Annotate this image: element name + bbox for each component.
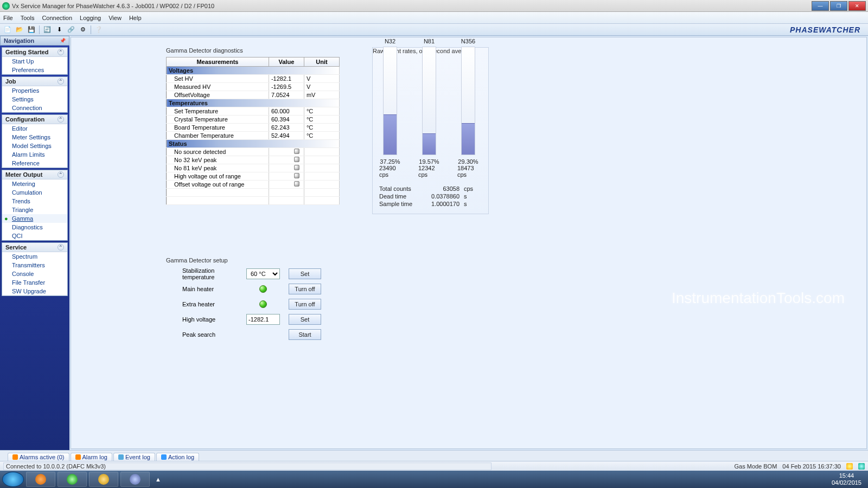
nav-item-settings[interactable]: Settings (2, 95, 67, 104)
open-icon[interactable]: 📂 (15, 25, 24, 34)
bar-label: N32 (385, 38, 395, 44)
cell-value: 7.0524 (269, 91, 304, 99)
save-icon[interactable]: 💾 (27, 25, 36, 34)
cell-unit: °C (304, 115, 339, 124)
hv-input[interactable] (246, 314, 280, 325)
new-icon[interactable]: 📄 (3, 25, 12, 34)
minimize-button[interactable]: — (812, 1, 829, 11)
bar-label: N356 (461, 38, 475, 44)
close-button[interactable]: ✕ (848, 1, 866, 11)
navigation-title: Navigation 📌 (0, 36, 69, 46)
led-off-icon (294, 181, 299, 187)
menu-file[interactable]: File (3, 15, 13, 21)
bar-n81: N8119.57%12342 cps (418, 38, 440, 178)
hv-set-button[interactable]: Set (289, 314, 321, 325)
cell-led (269, 148, 304, 156)
nav-item-transmitters[interactable]: Transmitters (2, 261, 67, 269)
nav-item-model-settings[interactable]: Model Settings (2, 142, 67, 150)
nav-item-gamma[interactable]: Gamma (2, 214, 67, 223)
summary-key: Dead time (379, 193, 423, 200)
main-heater-button[interactable]: Turn off (289, 284, 321, 294)
nav-item-editor[interactable]: Editor (2, 124, 67, 133)
taskbar-clock[interactable]: 15:44 04/02/2015 (827, 472, 866, 486)
tab-event-log-label: Event log (125, 454, 150, 460)
gear-icon[interactable]: ⚙ (79, 25, 87, 34)
tab-action-log[interactable]: Action log (156, 453, 199, 461)
menu-logging[interactable]: Logging (80, 15, 101, 21)
nav-item-qci[interactable]: QCI (2, 232, 67, 240)
action-log-icon (161, 454, 167, 460)
menu-connection[interactable]: Connection (42, 15, 72, 21)
setup-row-main-heater: Main heater Turn off (166, 282, 361, 296)
nav-group-header[interactable]: Service⌃ (2, 243, 67, 252)
tab-alarm-log[interactable]: Alarm log (71, 453, 112, 461)
nav-item-preferences[interactable]: Preferences (2, 66, 67, 74)
nav-item-reference[interactable]: Reference (2, 159, 67, 168)
nav-item-console[interactable]: Console (2, 269, 67, 278)
col-unit: Unit (304, 57, 339, 67)
nav-item-triangle[interactable]: Triangle (2, 206, 67, 214)
start-button[interactable] (2, 472, 24, 487)
chevron-up-icon: ⌃ (58, 171, 64, 178)
taskbar-item-2[interactable] (58, 472, 87, 487)
status-icon-1[interactable] (846, 463, 853, 470)
menu-help[interactable]: Help (129, 15, 142, 21)
nav-item-diagnostics[interactable]: Diagnostics (2, 223, 67, 232)
nav-item-start-up[interactable]: Start Up (2, 57, 67, 66)
bar-n356: N35629.30%18473 cps (457, 38, 479, 178)
bar-cps: 12342 cps (418, 165, 440, 178)
nav-group-title: Getting Started (5, 49, 48, 55)
stab-temp-select[interactable]: 60 °C (246, 268, 280, 279)
nav-item-meter-settings[interactable]: Meter Settings (2, 133, 67, 142)
nav-group-title: Configuration (5, 116, 44, 123)
table-row: Offset voltage out of range (167, 181, 340, 189)
taskbar-item-1[interactable] (26, 472, 55, 487)
toolbar-separator (39, 25, 40, 34)
taskbar-item-3[interactable] (89, 472, 118, 487)
nav-group-header[interactable]: Configuration⌃ (2, 115, 67, 124)
refresh-icon[interactable]: 🔄 (43, 25, 52, 34)
nav-item-metering[interactable]: Metering (2, 179, 67, 188)
taskbar-item-4[interactable] (120, 472, 150, 487)
nav-group-header[interactable]: Getting Started⌃ (2, 48, 67, 57)
menu-tools[interactable]: Tools (21, 15, 35, 21)
tray-chevron-up-icon[interactable]: ▲ (152, 476, 164, 483)
peak-start-button[interactable]: Start (289, 329, 321, 340)
nav-group-header[interactable]: Job⌃ (2, 77, 67, 86)
nav-group: Configuration⌃EditorMeter SettingsModel … (2, 114, 68, 168)
summary-key: Total counts (379, 185, 423, 192)
cell-measurement: No source detected (167, 148, 269, 156)
nav-item-sw-upgrade[interactable]: SW Upgrade (2, 287, 67, 296)
watermark-text: InstrumentationTools.com (672, 290, 845, 307)
nav-item-cumulation[interactable]: Cumulation (2, 188, 67, 197)
cell-measurement: High voltage out of range (167, 172, 269, 181)
setup-row-stabilization: Stabilization temperature 60 °C Set (166, 267, 361, 281)
tab-event-log[interactable]: Event log (113, 453, 155, 461)
cell-unit: °C (304, 124, 339, 132)
cell-unit: mV (304, 91, 339, 99)
nav-item-file-transfer[interactable]: File Transfer (2, 278, 67, 287)
brand-label: PHASEWATCHER (790, 25, 865, 34)
table-row: No source detected (167, 148, 340, 156)
nav-item-properties[interactable]: Properties (2, 86, 67, 95)
help-icon[interactable]: ❔ (94, 25, 103, 34)
extra-heater-button[interactable]: Turn off (289, 299, 321, 310)
cell-led (269, 156, 304, 164)
status-icon-2[interactable] (858, 463, 865, 470)
download-icon[interactable]: ⬇ (55, 25, 63, 34)
nav-group-header[interactable]: Meter Output⌃ (2, 170, 67, 179)
link-icon[interactable]: 🔗 (67, 25, 75, 34)
summary-value: 0.0378860 (427, 193, 459, 200)
nav-item-trends[interactable]: Trends (2, 197, 67, 206)
cell-unit: V (304, 83, 339, 91)
nav-item-spectrum[interactable]: Spectrum (2, 252, 67, 261)
tab-alarms-active[interactable]: Alarms active (0) (8, 453, 69, 461)
stab-set-button[interactable]: Set (289, 268, 321, 279)
pin-icon[interactable]: 📌 (60, 38, 66, 43)
nav-item-alarm-limits[interactable]: Alarm Limits (2, 150, 67, 159)
menu-view[interactable]: View (108, 15, 122, 21)
maximize-button[interactable]: ❐ (830, 1, 847, 11)
nav-group: Job⌃PropertiesSettingsConnection (2, 76, 68, 113)
setup-row-peak-search: Peak search Start (166, 328, 361, 342)
nav-item-connection[interactable]: Connection (2, 104, 67, 112)
